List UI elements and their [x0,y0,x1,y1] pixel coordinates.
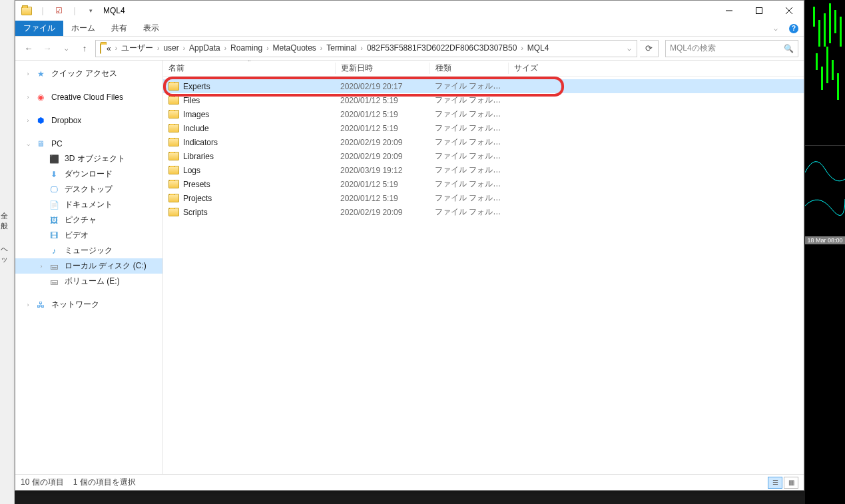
sidebar-pictures[interactable]: 🖼ピクチャ [15,212,162,228]
maximize-button[interactable] [744,1,774,21]
sidebar-quick-access[interactable]: ›★クイック アクセス [15,66,162,81]
qat-separator: | [67,3,82,18]
folder-icon [168,124,179,132]
file-explorer-window: | ☑ | ▾ MQL4 ファイル ホーム 共有 表示 ⌵ ? ← → ⌵ ↑ … [15,0,804,491]
file-date: 2020/01/12 5:19 [335,96,429,105]
close-button[interactable] [774,1,804,21]
sidebar-network[interactable]: ›🖧ネットワーク [15,297,162,312]
download-icon: ⬇ [49,169,59,180]
sidebar-volume-e[interactable]: 🖴ボリューム (E:) [15,274,162,289]
sidebar-creative-cloud[interactable]: ›◉Creative Cloud Files [15,89,162,105]
forward-button[interactable]: → [39,41,55,57]
file-row[interactable]: Logs2020/03/19 19:12ファイル フォルダー [163,163,804,177]
file-type: ファイル フォルダー [429,109,508,120]
file-row[interactable]: Projects2020/01/12 5:19ファイル フォルダー [163,191,804,205]
qat-properties-icon[interactable]: ☑ [51,3,66,18]
breadcrumb-separator-icon[interactable]: › [360,45,364,52]
refresh-button[interactable]: ⟳ [640,40,659,57]
column-date[interactable]: 更新日時 [335,63,429,74]
file-type: ファイル フォルダー [429,95,508,106]
document-icon: 📄 [49,200,59,210]
desktop-icon: 🖵 [49,184,59,195]
tab-view[interactable]: 表示 [135,21,167,36]
folder-icon [168,152,179,160]
background-trading-chart: 18 Mar 08:00 [805,0,845,504]
sidebar-music[interactable]: ♪ミュージック [15,243,162,258]
titlebar: | ☑ | ▾ MQL4 [15,1,804,21]
breadcrumb-item[interactable]: Roaming [228,43,265,53]
recent-locations-button[interactable]: ⌵ [58,41,74,57]
picture-icon: 🖼 [49,215,59,226]
file-date: 2020/01/12 5:19 [335,180,429,189]
folder-icon [168,82,179,91]
sidebar-dropbox[interactable]: ›⬢Dropbox [15,113,162,128]
sidebar-3d-objects[interactable]: ⬛3D オブジェクト [15,151,162,166]
navigation-pane: ›★クイック アクセス ›◉Creative Cloud Files ›⬢Dro… [15,61,163,474]
file-row[interactable]: Experts2020/02/19 20:17ファイル フォルダー [163,79,804,93]
breadcrumb-item[interactable]: user [160,43,181,53]
file-type: ファイル フォルダー [429,123,508,134]
minimize-button[interactable] [714,1,744,21]
column-name[interactable]: 名前⌃ [163,63,335,74]
back-button[interactable]: ← [21,41,37,57]
address-bar[interactable]: « ›ユーザー›user›AppData›Roaming›MetaQuotes›… [95,40,637,57]
breadcrumb-overflow[interactable]: « [104,44,114,53]
file-name: Logs [183,166,200,175]
file-name: Experts [183,82,210,91]
file-row[interactable]: Files2020/01/12 5:19ファイル フォルダー [163,93,804,107]
search-box[interactable]: MQL4の検索 🔍 [665,40,798,57]
tab-home[interactable]: ホーム [63,21,103,36]
breadcrumb-separator-icon[interactable]: › [114,45,119,52]
dropbox-icon: ⬢ [35,115,46,126]
view-details-button[interactable]: ☰ [768,477,782,489]
file-row[interactable]: Include2020/01/12 5:19ファイル フォルダー [163,121,804,135]
breadcrumb-item[interactable]: AppData [186,43,223,53]
address-dropdown-icon[interactable]: ⌵ [623,45,635,52]
view-large-icons-button[interactable]: ▦ [784,477,798,489]
tab-share[interactable]: 共有 [103,21,135,36]
breadcrumb-separator-icon[interactable]: › [223,45,228,52]
search-placeholder: MQL4の検索 [670,43,784,54]
tab-file[interactable]: ファイル [15,21,63,36]
file-row[interactable]: Scripts2020/02/19 20:09ファイル フォルダー [163,205,804,219]
sidebar-local-disk-c[interactable]: ›🖴ローカル ディスク (C:) [15,258,162,274]
svg-rect-1 [756,8,762,14]
up-button[interactable]: ↑ [77,41,93,57]
qat-customize-icon[interactable]: ▾ [83,3,98,18]
file-row[interactable]: Presets2020/01/12 5:19ファイル フォルダー [163,177,804,191]
file-date: 2020/02/19 20:09 [335,138,429,147]
column-size[interactable]: サイズ [508,63,560,74]
status-bar: 10 個の項目 1 個の項目を選択 ☰ ▦ [15,474,804,490]
breadcrumb-item[interactable]: 082F53F5881F3D6022DF806C3D307B50 [364,43,520,53]
file-type: ファイル フォルダー [429,81,508,92]
qat-separator: | [35,3,50,18]
cube-icon: ⬛ [49,154,59,164]
file-date: 2020/01/12 5:19 [335,110,429,119]
breadcrumb-item[interactable]: Terminal [324,43,359,53]
breadcrumb-item[interactable]: ユーザー [119,43,156,53]
file-type: ファイル フォルダー [429,178,508,190]
help-button[interactable]: ? [784,21,804,36]
file-row[interactable]: Libraries2020/02/19 20:09ファイル フォルダー [163,149,804,163]
chart-time-label: 18 Mar 08:00 [805,236,845,244]
folder-icon [168,110,179,119]
folder-icon [168,166,179,174]
sidebar-pc[interactable]: ⌵🖥PC [15,136,162,151]
file-name: Indicators [183,138,218,147]
ribbon-collapse-icon[interactable]: ⌵ [768,21,784,36]
breadcrumb-item[interactable]: MQL4 [525,43,552,53]
sidebar-documents[interactable]: 📄ドキュメント [15,197,162,212]
app-icon [19,3,34,18]
column-type[interactable]: 種類 [429,63,508,74]
file-row[interactable]: Indicators2020/02/19 20:09ファイル フォルダー [163,135,804,149]
file-name: Projects [183,194,212,203]
breadcrumb-item[interactable]: MetaQuotes [270,43,318,53]
breadcrumb-separator-icon[interactable]: › [182,45,186,52]
sidebar-downloads[interactable]: ⬇ダウンロード [15,166,162,182]
file-date: 2020/03/19 19:12 [335,166,429,175]
sidebar-videos[interactable]: 🎞ビデオ [15,228,162,243]
sidebar-desktop[interactable]: 🖵デスクトップ [15,182,162,197]
folder-icon [168,96,179,105]
breadcrumb-separator-icon[interactable]: › [519,45,524,52]
file-row[interactable]: Images2020/01/12 5:19ファイル フォルダー [163,107,804,121]
